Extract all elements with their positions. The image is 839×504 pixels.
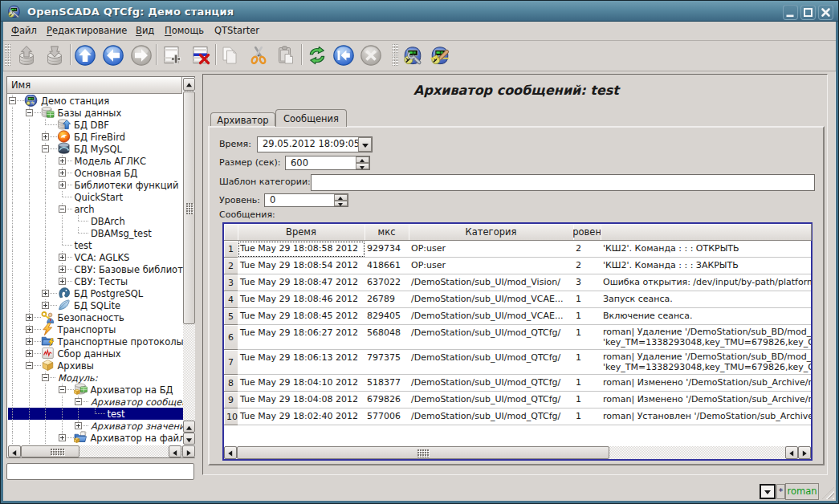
copy-item-button[interactable] <box>217 43 242 68</box>
table-cell[interactable]: 1 <box>573 392 601 408</box>
menu-3[interactable]: Помощь <box>165 22 204 40</box>
table-cell[interactable]: 3 <box>224 274 238 291</box>
table-cell[interactable]: Tue May 29 18:04:10 2012 <box>238 375 365 392</box>
table-header-2[interactable]: мкс <box>365 224 409 241</box>
tree-expander-plus[interactable] <box>26 314 33 321</box>
tree-vscroll-up2-button[interactable] <box>183 421 195 433</box>
table-header-5[interactable] <box>601 224 812 241</box>
paste-item-button[interactable] <box>273 43 299 68</box>
tree-item[interactable]: БД SQLite <box>8 299 183 311</box>
tree-expander-plus[interactable] <box>59 181 66 189</box>
menu-4[interactable]: QTStarter <box>214 22 259 40</box>
table-cell-message[interactable]: 'КШ2'. Команда : : : ЗАКРЫТЬ <box>601 258 811 274</box>
table-cell[interactable]: 2 <box>573 258 601 274</box>
minimize-button[interactable] <box>783 5 798 20</box>
table-cell[interactable]: 9 <box>224 392 238 408</box>
table-cell-message[interactable]: roman| Удаление '/DemoStation/sub_BD/mod… <box>601 350 811 375</box>
menu-2[interactable]: Вид <box>136 22 154 40</box>
table-cell[interactable]: 2 <box>573 241 601 258</box>
table-hscroll-left-button[interactable] <box>224 446 237 459</box>
table-cell[interactable]: 8 <box>224 375 238 392</box>
titlebar[interactable]: OpenSCADA QTCfg: Демо станция <box>1 1 838 22</box>
statusbar-combo-button[interactable] <box>760 484 776 499</box>
tree-item[interactable]: СВУ: Тесты <box>8 275 183 287</box>
tree-hscroll-left2-button[interactable] <box>169 445 181 457</box>
table-cell[interactable]: 10 <box>224 408 238 425</box>
tree-expander-minus[interactable] <box>26 109 33 116</box>
tree-hscroll-left-button[interactable] <box>8 445 21 457</box>
table-cell[interactable]: /DemoStation/sub_UI/mod_Vision/ <box>409 274 574 291</box>
statusbar-star-button[interactable]: * <box>776 484 785 499</box>
tree-item[interactable]: arch <box>8 203 183 215</box>
table-header-3[interactable]: Категория <box>409 224 574 241</box>
tree-expander-plus[interactable] <box>26 338 33 345</box>
table-cell[interactable]: /DemoStation/sub_UI/mod_VCAE... <box>409 291 574 308</box>
tree-item[interactable]: QuickStart <box>8 191 183 203</box>
table-cell[interactable]: Tue May 29 18:08:54 2012 <box>238 258 365 274</box>
table-cell-message[interactable]: roman| Изменено '/DemoStation/sub_Archiv… <box>601 392 811 408</box>
table-cell[interactable]: 1 <box>573 375 601 392</box>
table-cell[interactable]: /DemoStation/sub_UI/mod_QTCfg/ <box>409 350 574 375</box>
tree-expander-plus[interactable] <box>26 350 33 357</box>
refresh-button[interactable] <box>304 43 330 68</box>
table-cell-message[interactable]: roman| Изменено '/DemoStation/sub_Archiv… <box>601 375 811 392</box>
table-cell[interactable]: 4 <box>224 291 238 308</box>
table-cell[interactable]: Tue May 29 18:06:13 2012 <box>238 350 365 375</box>
tree-item[interactable]: Библиотеки функций <box>8 179 183 191</box>
spin-up-button[interactable] <box>334 194 348 201</box>
table-cell[interactable]: 929734 <box>365 241 409 258</box>
table-cell[interactable]: 1 <box>573 408 601 425</box>
cut-item-button[interactable] <box>246 43 271 68</box>
spin-down-button[interactable] <box>334 201 348 207</box>
tree-item[interactable]: DBAMsg_test <box>8 227 183 239</box>
tree-item[interactable]: VCA: AGLKS <box>8 251 183 263</box>
toolbar-handle[interactable] <box>5 44 11 67</box>
table-cell[interactable]: 568048 <box>365 325 409 350</box>
time-combo[interactable]: 29.05.2012 18:09:05 <box>257 136 373 152</box>
table-header-1[interactable]: Время <box>238 224 365 241</box>
tree-item[interactable]: DBArch <box>8 215 183 227</box>
tree-header[interactable]: Имя <box>7 77 182 94</box>
tree-item[interactable]: Транспортные протоколы <box>8 335 183 348</box>
toolbar-handle[interactable] <box>393 44 399 67</box>
tree-expander-minus[interactable] <box>75 398 82 405</box>
tree-item[interactable]: test <box>8 239 183 251</box>
tree-item[interactable]: БД PostgreSQL <box>8 287 183 299</box>
tree-item[interactable]: БД MySQL <box>8 143 183 155</box>
table-header-0[interactable] <box>224 224 238 241</box>
table-cell[interactable]: 1 <box>224 241 238 258</box>
tree-expander-plus[interactable] <box>59 157 66 165</box>
table-cell[interactable]: 2 <box>224 258 238 274</box>
category-template-input[interactable] <box>311 174 815 191</box>
table-hscroll-right-button[interactable] <box>798 446 811 459</box>
tree-item[interactable]: Модель АГЛКС <box>8 155 183 167</box>
tree-vscroll-down-button[interactable] <box>183 433 195 445</box>
table-cell-message[interactable]: Ошибка открытия: /dev/input/by-path/plat… <box>601 274 811 291</box>
level-spinbox[interactable]: 0 <box>264 193 348 207</box>
table-cell[interactable]: 418661 <box>365 258 409 274</box>
tree-expander-minus[interactable] <box>26 362 33 369</box>
start-updating-button[interactable] <box>331 43 356 68</box>
table-cell[interactable]: 577006 <box>365 408 409 425</box>
tree-item[interactable]: test <box>8 408 183 420</box>
table-cell[interactable]: Tue May 29 18:08:46 2012 <box>238 291 365 308</box>
tree-expander-minus[interactable] <box>42 145 49 152</box>
tree-expander-plus[interactable] <box>59 434 66 441</box>
tree-expander-plus[interactable] <box>59 278 66 285</box>
add-item-button[interactable] <box>159 43 185 68</box>
table-cell[interactable]: 1 <box>573 291 601 308</box>
table-cell[interactable]: 518377 <box>365 375 409 392</box>
table-cell[interactable]: Tue May 29 18:08:58 2012 <box>238 241 365 258</box>
tree-expander-minus[interactable] <box>42 374 49 381</box>
tree-item[interactable]: Модуль: <box>8 372 183 384</box>
save-to-db-button[interactable] <box>42 43 67 68</box>
table-cell-message[interactable]: 'КШ2'. Команда : : : ОТКРЫТЬ <box>601 241 811 258</box>
tree-expander-plus[interactable] <box>59 254 66 261</box>
table-cell-message[interactable]: roman| Установлен '/DemoStation/sub_Arch… <box>601 408 811 425</box>
tree-expander-plus[interactable] <box>42 290 49 297</box>
size-spinbox[interactable]: 600 <box>285 156 370 170</box>
tree-item[interactable]: Архиватор сообщений <box>8 396 183 408</box>
tree-item[interactable]: Безопасность <box>8 311 183 323</box>
stop-updating-button[interactable] <box>358 43 384 68</box>
load-from-db-button[interactable] <box>14 43 39 68</box>
